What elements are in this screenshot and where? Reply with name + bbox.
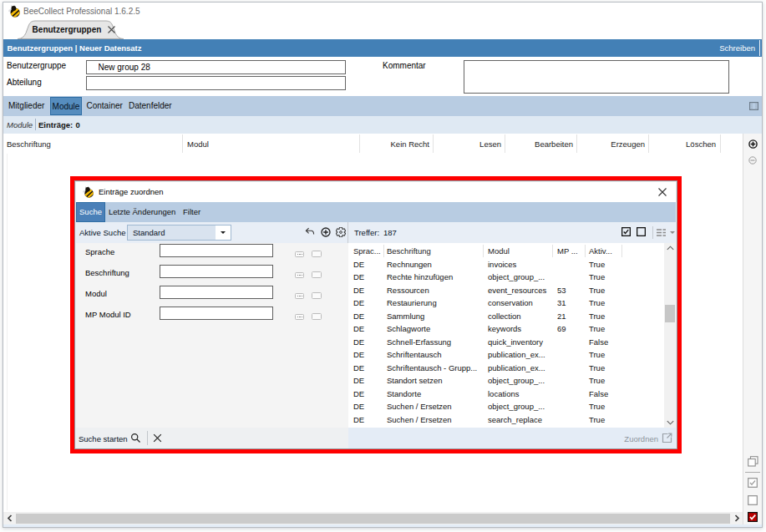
result-cell: Schnell-Erfassung: [387, 337, 451, 347]
mp-modul-id-box-icon[interactable]: [312, 313, 322, 320]
rcol-modul[interactable]: Modul: [488, 246, 510, 256]
zuordnen-button[interactable]: Zuordnen: [624, 434, 658, 443]
result-cell: Standort setzen: [387, 376, 443, 385]
suche-starten-button[interactable]: Suche starten: [79, 434, 128, 443]
dialog-bee-icon: [83, 186, 94, 198]
result-row[interactable]: DESchnell-Erfassungquick_inventoryFalse: [348, 336, 656, 348]
modul-input[interactable]: [160, 286, 273, 299]
col-kein-recht[interactable]: Kein Recht: [359, 139, 429, 149]
beschriftung-input[interactable]: [160, 265, 273, 278]
panel-layout-icon[interactable]: [749, 102, 758, 110]
result-row[interactable]: DERechnungeninvoicesTrue: [348, 258, 656, 271]
record-header-bar: Benutzergruppen | Neuer Datensatz Schrei…: [3, 39, 762, 57]
scroll-up-icon[interactable]: [667, 246, 674, 251]
col-modul[interactable]: Modul: [187, 139, 209, 149]
beschriftung-box-icon[interactable]: [312, 271, 322, 278]
rcol-aktiv[interactable]: Aktiv...: [589, 246, 612, 256]
active-search-combobox[interactable]: Standard: [127, 225, 231, 241]
undo-icon[interactable]: [305, 227, 315, 237]
modul-box-icon[interactable]: [312, 292, 322, 299]
treffer-count: 187: [383, 228, 397, 237]
horizontal-scrollbar[interactable]: [3, 512, 743, 524]
result-row[interactable]: DESuchen / Ersetzenobject_group_...True: [348, 400, 656, 413]
modul-ellipsis-icon[interactable]: [295, 293, 304, 299]
col-lesen[interactable]: Lesen: [433, 139, 501, 149]
mp-modul-id-input[interactable]: [160, 307, 273, 320]
result-cell: True: [589, 415, 605, 424]
tab-close-icon[interactable]: [106, 24, 117, 35]
vscroll-thumb[interactable]: [665, 305, 675, 322]
result-cell: event_resources: [488, 286, 546, 295]
combo-dropdown-button[interactable]: [216, 225, 231, 240]
result-cell: object_group_...: [488, 376, 545, 385]
result-row[interactable]: DESchriftentausch - Grupp...publication_…: [348, 362, 656, 374]
dialog-tab-suche[interactable]: Suche: [76, 202, 105, 222]
search-form: Sprache Beschriftung Modul MP Modul ID: [76, 243, 348, 428]
results-scrollbar[interactable]: [664, 243, 676, 428]
check-all-icon[interactable]: [621, 227, 631, 236]
rcol-mp[interactable]: MP ...: [557, 246, 578, 256]
result-cell: 53: [557, 286, 566, 295]
schreiben-button[interactable]: Schreiben: [719, 43, 755, 53]
col-bearbeiten[interactable]: Bearbeiten: [505, 139, 573, 149]
result-row[interactable]: DESuchen / Ersetzensearch_replaceTrue: [348, 413, 656, 426]
dialog-close-icon[interactable]: [657, 187, 667, 197]
hscroll-thumb[interactable]: [16, 514, 731, 524]
col-beschriftung[interactable]: Beschriftung: [7, 139, 51, 149]
result-row[interactable]: DESammlungcollection21True: [348, 310, 656, 322]
tab-module[interactable]: Module: [50, 97, 82, 115]
tab-benutzergruppen[interactable]: Benutzergruppen: [18, 20, 124, 39]
tab-container[interactable]: Container: [87, 96, 123, 116]
result-cell: False: [589, 389, 608, 398]
list-options-icon[interactable]: [657, 229, 666, 237]
remove-row-icon[interactable]: [748, 156, 757, 165]
result-row[interactable]: DEStandort setzenobject_group_...True: [348, 374, 656, 387]
result-row[interactable]: DESchlagwortekeywords69True: [348, 322, 656, 335]
sprache-input[interactable]: [160, 244, 273, 257]
result-cell: Ressourcen: [387, 286, 429, 295]
tab-datenfelder[interactable]: Datenfelder: [129, 96, 172, 116]
deselect-checkbox-icon[interactable]: [748, 495, 758, 505]
abteilung-input[interactable]: [86, 76, 346, 90]
result-cell: publication_ex...: [488, 363, 545, 372]
beschriftung-ellipsis-icon[interactable]: [295, 272, 304, 278]
benutzergruppe-label: Benutzergruppe: [7, 61, 66, 70]
col-loeschen[interactable]: Löschen: [648, 139, 716, 149]
uncheck-all-icon[interactable]: [637, 227, 646, 236]
scroll-left-icon[interactable]: [6, 514, 14, 523]
dialog-tab-letzte-aenderungen[interactable]: Letzte Änderungen: [109, 202, 175, 222]
results-column-separator: [383, 245, 384, 257]
red-checkbox-icon[interactable]: [748, 512, 758, 522]
result-cell: Rechte hinzufügen: [387, 272, 453, 281]
kommentar-textarea[interactable]: [464, 60, 729, 94]
dialog-tab-filter[interactable]: Filter: [183, 202, 200, 222]
tab-mitglieder[interactable]: Mitglieder: [8, 96, 44, 116]
scroll-right-icon[interactable]: [733, 514, 741, 523]
benutzergruppe-input[interactable]: [86, 60, 346, 74]
sprache-ellipsis-icon[interactable]: [295, 251, 304, 257]
result-row[interactable]: DEStandortelocationsFalse: [348, 388, 656, 400]
list-options-caret-icon[interactable]: [670, 231, 675, 234]
clear-search-icon[interactable]: [153, 433, 162, 443]
sprache-box-icon[interactable]: [312, 251, 322, 257]
add-circle-icon[interactable]: [321, 227, 331, 237]
copy-icon[interactable]: [748, 456, 758, 467]
result-row[interactable]: DERestaurierungconservation31True: [348, 296, 656, 309]
search-icon[interactable]: [130, 433, 141, 443]
mp-modul-id-label: MP Modul ID: [85, 310, 131, 319]
app-bee-icon: [8, 5, 21, 18]
assign-external-icon[interactable]: [662, 433, 672, 443]
scroll-down-icon[interactable]: [667, 420, 674, 425]
rcol-sprache[interactable]: Sprac...: [353, 246, 381, 256]
mp-modul-id-ellipsis-icon[interactable]: [295, 314, 304, 320]
dialog-eintraege-zuordnen: Einträge zuordnen Suche Letzte Änderunge…: [74, 180, 677, 449]
result-row[interactable]: DERechte hinzufügenobject_group_...True: [348, 271, 656, 283]
rcol-beschriftung[interactable]: Beschriftung: [387, 246, 431, 256]
select-all-checkbox-icon[interactable]: [748, 478, 758, 488]
record-form: Benutzergruppe Abteilung Kommentar: [3, 57, 762, 96]
result-row[interactable]: DERessourcenevent_resources53True: [348, 284, 656, 296]
gear-icon[interactable]: [336, 227, 346, 237]
col-erzeugen[interactable]: Erzeugen: [576, 139, 645, 149]
result-row[interactable]: DESchriftentauschpublication_ex...True: [348, 348, 656, 361]
add-row-icon[interactable]: [748, 139, 758, 149]
